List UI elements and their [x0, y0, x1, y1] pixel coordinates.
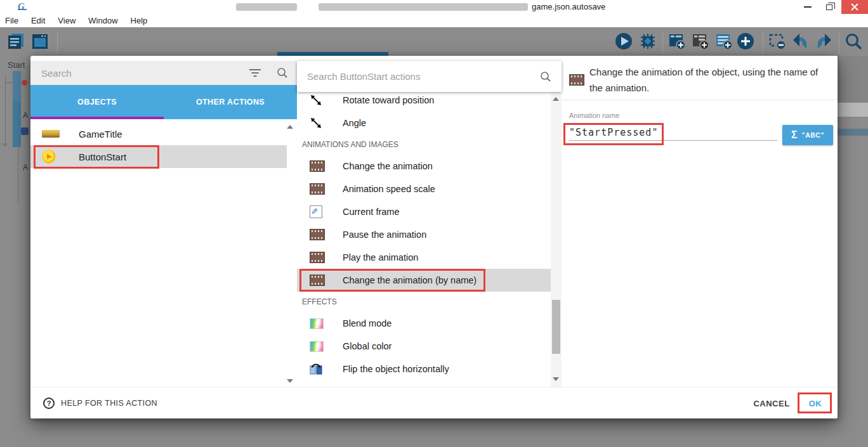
delete-selection-icon[interactable] [768, 32, 787, 51]
action-item[interactable]: Pause the animation [297, 223, 551, 246]
scrollbar-thumb[interactable] [552, 300, 560, 354]
dimmed-workspace: Start A A OBJECTS OTHER ACTIONS GameTitl… [0, 27, 868, 447]
redacted-title-segment [319, 3, 528, 11]
action-label: Blend mode [343, 318, 391, 328]
action-label: Play the animation [343, 252, 418, 262]
action-item[interactable]: Global color [297, 335, 551, 358]
scroll-up-arrow[interactable] [553, 97, 559, 101]
preview-play-icon[interactable] [614, 32, 633, 51]
action-item[interactable]: Change the animation [297, 155, 551, 178]
animation-name-input[interactable] [569, 124, 777, 141]
menu-bar: File Edit View Window Help [0, 14, 868, 27]
action-label: Change the animation [343, 161, 433, 171]
angle-arrow-icon [310, 117, 322, 129]
expression-editor-button[interactable]: Σ "ABC" [782, 125, 833, 145]
film-strip-icon [569, 74, 584, 86]
action-label: Animation speed scale [343, 184, 435, 194]
action-item[interactable]: Play the animation [297, 246, 551, 269]
divider [562, 100, 838, 100]
minimize-button[interactable] [798, 0, 817, 14]
help-icon: ? [43, 398, 55, 409]
search-icon [277, 67, 288, 79]
toolbar-separator [662, 31, 663, 54]
menu-window[interactable]: Window [82, 16, 124, 25]
tab-other-actions[interactable]: OTHER ACTIONS [164, 85, 297, 119]
scene-editor-icon[interactable] [30, 32, 49, 51]
background-text-fragment: A [23, 111, 28, 120]
add-event-icon[interactable] [667, 32, 687, 51]
search-toolbar-icon[interactable] [844, 32, 863, 51]
action-item[interactable]: Blend mode [297, 312, 551, 335]
tab-objects[interactable]: OBJECTS [30, 85, 164, 119]
add-circle-icon[interactable] [736, 32, 755, 51]
add-subevent-icon[interactable] [691, 32, 710, 51]
background-condition-icon [22, 80, 27, 86]
action-item[interactable]: Angle [297, 112, 551, 134]
sigma-icon: Σ [791, 129, 798, 141]
action-item[interactable]: Rotate toward position [297, 92, 551, 112]
filter-icon[interactable] [249, 68, 261, 78]
cancel-button[interactable]: CANCEL [749, 395, 794, 411]
background-tree-arrow [2, 143, 8, 147]
menu-edit[interactable]: Edit [25, 16, 51, 25]
film-strip-icon [310, 229, 325, 240]
background-tree-line [18, 147, 18, 204]
current-frame-icon [310, 205, 322, 218]
list-item-buttonstart[interactable]: ButtonStart [30, 145, 287, 168]
menu-help[interactable]: Help [124, 16, 154, 25]
background-event-bar [13, 71, 21, 101]
action-item-partial[interactable] [297, 380, 551, 387]
ok-button[interactable]: OK [799, 395, 831, 411]
help-button[interactable]: ? HELP FOR THIS ACTION [43, 395, 157, 411]
toolbar-separator [763, 31, 763, 54]
debug-icon[interactable] [638, 32, 657, 51]
menu-view[interactable]: View [51, 16, 82, 25]
scroll-down-arrow[interactable] [553, 377, 559, 381]
restore-button[interactable] [820, 0, 839, 14]
background-tree-line [5, 75, 6, 145]
buttonstart-thumbnail-icon [42, 150, 56, 164]
action-label: Change the animation (by name) [343, 275, 477, 285]
redacted-title-segment [236, 3, 297, 11]
toolbar-separator [57, 31, 58, 54]
search-icon [540, 71, 551, 82]
section-header: EFFECTS [297, 292, 551, 312]
action-item-selected[interactable]: Change the animation (by name) [297, 269, 551, 292]
blend-mode-icon [310, 318, 324, 329]
add-comment-icon[interactable] [714, 32, 733, 51]
action-label: Global color [343, 341, 391, 351]
action-search-input[interactable] [297, 61, 562, 92]
undo-icon[interactable] [791, 32, 810, 51]
scroll-down-arrow[interactable] [287, 379, 293, 383]
action-item[interactable]: Animation speed scale [297, 178, 551, 200]
film-strip-icon [310, 252, 325, 263]
animation-name-label: Animation name [569, 112, 620, 119]
object-list: GameTitle ButtonStart [30, 119, 287, 387]
redo-icon[interactable] [815, 32, 834, 51]
action-label: Rotate toward position [343, 95, 434, 105]
action-item[interactable]: Current frame [297, 200, 551, 223]
list-item-gametitle[interactable]: GameTitle [30, 122, 287, 145]
film-strip-icon [310, 160, 325, 172]
action-label: Pause the animation [343, 230, 426, 240]
close-icon [851, 3, 858, 11]
action-label: Flip the object horizontally [343, 364, 449, 374]
project-manager-icon[interactable] [6, 32, 25, 51]
gametitle-thumbnail-icon [42, 130, 60, 138]
object-name: GameTitle [79, 129, 122, 139]
expression-button-label: "ABC" [802, 131, 824, 139]
flip-horizontal-icon [310, 363, 322, 375]
toolbar-separator [839, 31, 839, 54]
close-button[interactable] [841, 0, 868, 14]
background-event-bar [13, 101, 21, 147]
action-list: Rotate toward position Angle ANIMATIONS … [297, 92, 551, 387]
background-text-fragment: A [23, 163, 28, 172]
scroll-up-arrow[interactable] [287, 125, 293, 129]
background-panel-edge [838, 56, 868, 103]
rotate-arrow-icon [310, 94, 322, 107]
menu-file[interactable]: File [0, 16, 25, 25]
film-strip-icon [310, 275, 325, 286]
action-list-scrollbar[interactable] [551, 92, 562, 387]
window-titlebar: G game.json.autosave [0, 0, 868, 14]
action-item[interactable]: Flip the object horizontally [297, 358, 551, 380]
